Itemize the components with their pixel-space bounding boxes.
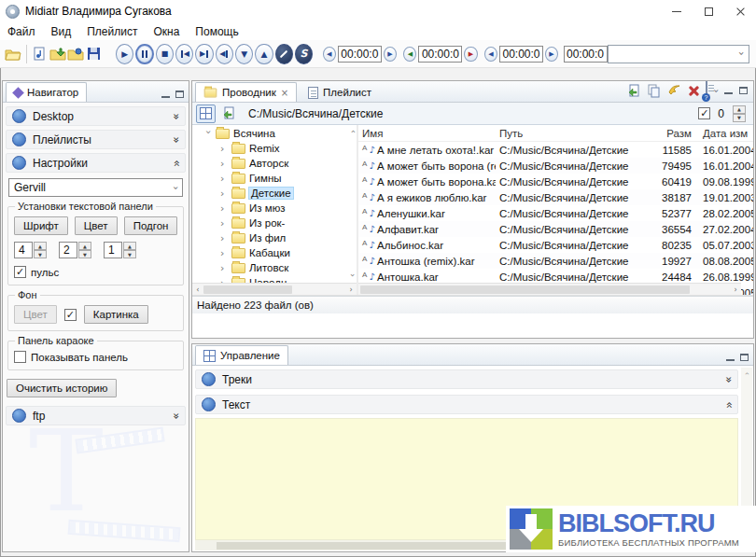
tree-scroll-down-icon[interactable]: › — [348, 273, 357, 277]
step-forward-button[interactable]: ▶ — [195, 44, 213, 64]
panel-minimize-icon[interactable] — [161, 91, 170, 98]
tree-collapsed-icon[interactable]: › — [220, 158, 228, 170]
time2-back-button[interactable]: ◀ — [403, 47, 416, 62]
tab-navigator[interactable]: Навигатор — [6, 82, 87, 102]
tree-collapsed-icon[interactable]: › — [220, 262, 228, 274]
tree-collapsed-icon[interactable]: › — [220, 247, 228, 259]
bg-color-button[interactable]: Цвет — [14, 305, 57, 324]
spinner-down-icon[interactable]: ▼ — [34, 250, 47, 258]
menu-view[interactable]: Вид — [51, 25, 72, 38]
tab-explorer[interactable]: Проводник × — [195, 82, 297, 102]
menu-help[interactable]: Помощь — [195, 25, 238, 38]
tree-item[interactable]: ›Гимны — [192, 171, 357, 186]
pause-button[interactable] — [135, 44, 154, 64]
tree-collapsed-icon[interactable]: › — [220, 232, 228, 244]
table-row[interactable]: A♪А я ежиков люблю.kar C:/Music/Всячина/… — [358, 189, 753, 205]
autoplay-checkbox[interactable]: ✓ — [698, 107, 710, 119]
panel-minimize-icon[interactable] — [726, 354, 735, 361]
delete-button[interactable] — [688, 85, 699, 96]
synth-combo[interactable]: Gervill › — [8, 178, 183, 197]
scroll-thumb[interactable] — [360, 285, 690, 294]
time-field-1[interactable]: 00:00:0 — [338, 46, 382, 63]
clear-list-button[interactable] — [667, 84, 681, 97]
time-field-2[interactable]: 00:00:0 — [418, 46, 462, 63]
section-playlists[interactable]: Плейлисты » — [6, 130, 186, 149]
tab-playlist[interactable]: Плейлист — [300, 82, 380, 102]
open-folder-button[interactable] — [4, 44, 21, 64]
table-row[interactable]: A♪Алфавит.kar C:/Music/Всячина/Детские 3… — [358, 221, 753, 237]
tree-collapsed-icon[interactable]: › — [220, 143, 228, 155]
font-button[interactable]: Шрифт — [14, 216, 68, 235]
tree-item[interactable]: ›Из мюз — [192, 201, 357, 216]
table-hscrollbar[interactable]: › — [358, 283, 741, 295]
bg-image-button[interactable]: Картинка — [84, 305, 148, 324]
add-files-button[interactable] — [219, 104, 239, 123]
bg-image-checkbox[interactable]: ✓ — [64, 309, 77, 321]
tree-item[interactable]: ›Кабацки — [192, 245, 357, 260]
spinner-up-icon[interactable]: ▲ — [733, 105, 746, 114]
time1-fwd-button[interactable]: ▶ — [384, 47, 397, 62]
import-folder-button[interactable] — [49, 44, 67, 64]
close-button[interactable] — [724, 0, 756, 22]
menu-file[interactable]: Файл — [7, 25, 35, 38]
time1-back-button[interactable]: ◀ — [323, 47, 336, 62]
save-button[interactable] — [85, 44, 103, 64]
panel-maximize-icon[interactable] — [739, 87, 748, 94]
export-folder-button[interactable] — [67, 44, 85, 64]
panel-minimize-icon[interactable] — [724, 87, 733, 94]
table-row[interactable]: A♪Антошка (remix).kar C:/Music/Всячина/Д… — [358, 253, 753, 269]
spinner-2-value[interactable]: 2 — [59, 242, 77, 258]
scroll-thumb[interactable] — [203, 285, 292, 294]
tab-control[interactable]: Управление — [195, 345, 288, 365]
scroll-right-icon[interactable]: › — [730, 285, 741, 294]
tempo-up-button[interactable]: ▲ — [255, 44, 273, 64]
table-row[interactable]: A♪Аленушки.kar C:/Music/Всячина/Детские … — [358, 205, 753, 221]
tree-item[interactable]: ›Авторск — [192, 156, 357, 171]
tree-collapsed-icon[interactable]: › — [220, 173, 228, 185]
tree-item[interactable]: ›Remix — [192, 141, 357, 156]
col-size[interactable]: Разм — [654, 128, 699, 139]
spinner-down-icon[interactable]: ▼ — [123, 250, 136, 258]
copy-button[interactable] — [648, 84, 661, 98]
karaoke-mode-button[interactable]: S — [295, 44, 313, 64]
section-desktop[interactable]: Desktop » — [6, 106, 186, 126]
song-combo[interactable]: › — [608, 45, 749, 63]
time3-fwd-button[interactable]: ▶ — [545, 47, 558, 62]
spinner-3-value[interactable]: 1 — [104, 242, 122, 258]
fit-button[interactable]: Подгон — [124, 216, 178, 235]
add-to-playlist-button[interactable] — [627, 84, 641, 98]
tree-expanded-icon[interactable]: › — [203, 130, 215, 137]
time3-back-button[interactable]: ◀ — [484, 47, 497, 62]
spinner-down-icon[interactable]: ▼ — [733, 114, 746, 122]
section-text[interactable]: Текст » — [195, 395, 738, 414]
spinner-up-icon[interactable]: ▲ — [78, 242, 91, 250]
play-button[interactable]: ▶ — [116, 44, 133, 64]
table-row[interactable]: A♪А мне летать охота!.kar C:/Music/Всячи… — [358, 142, 753, 158]
col-date[interactable]: Дата изм — [699, 128, 753, 139]
col-name[interactable]: Имя — [358, 128, 496, 139]
skip-start-button[interactable]: ◀ — [216, 44, 233, 64]
spinner-up-icon[interactable]: ▲ — [123, 242, 136, 250]
col-path[interactable]: Путь — [496, 128, 654, 139]
tree-root[interactable]: › Всячина — [192, 126, 357, 141]
minimize-button[interactable] — [661, 0, 693, 22]
maximize-button[interactable] — [693, 0, 724, 22]
tempo-down-button[interactable]: ▼ — [235, 44, 253, 64]
pulse-checkbox[interactable]: ✓ — [14, 266, 26, 278]
loop-button[interactable] — [275, 44, 293, 64]
clear-history-button[interactable]: Очистить историю — [7, 379, 117, 397]
scroll-up-icon[interactable]: › — [743, 369, 751, 380]
tree-collapsed-icon[interactable]: › — [220, 217, 228, 230]
tree-item[interactable]: ›Из фил — [192, 230, 357, 245]
view-toggle-button[interactable] — [196, 104, 216, 123]
copy-playlist-button[interactable] — [32, 44, 49, 64]
help-button[interactable]: ? — [706, 82, 707, 99]
table-row[interactable]: A♪А может быть ворона (re... C:/Music/Вс… — [358, 158, 753, 174]
spinner-up-icon[interactable]: ▲ — [34, 242, 47, 250]
show-panel-checkbox[interactable] — [14, 351, 26, 363]
tab-close-icon[interactable]: × — [281, 88, 288, 98]
tree-item[interactable]: ›Литовск — [192, 260, 357, 275]
tree-collapsed-icon[interactable]: › — [220, 188, 228, 200]
section-tracks[interactable]: Треки » — [195, 369, 738, 389]
tree-item[interactable]: ›Из рок- — [192, 216, 357, 230]
